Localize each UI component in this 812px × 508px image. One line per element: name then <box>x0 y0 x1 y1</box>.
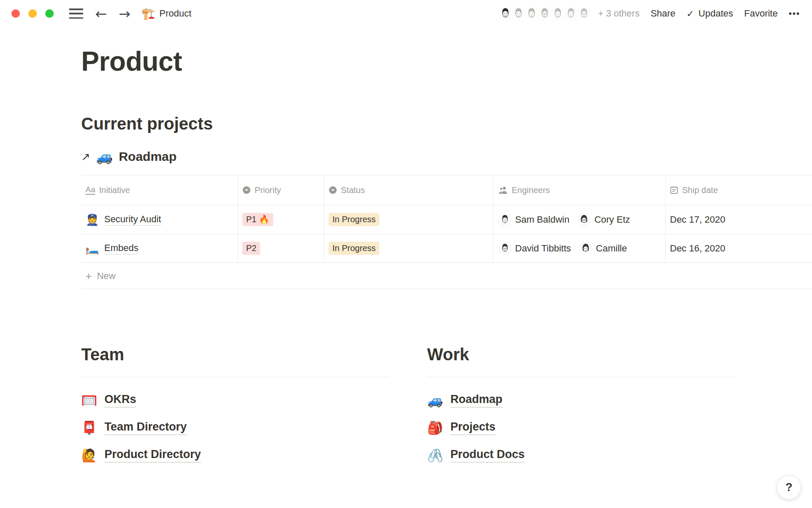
page-link-label: Roadmap <box>450 393 502 408</box>
person-name: Cory Etz <box>594 214 630 225</box>
share-button[interactable]: Share <box>650 8 675 19</box>
table-new-row-button[interactable]: + New <box>81 263 812 289</box>
team-section: Team 🥅 OKRs 📮 Team Directory 🙋 Product D… <box>81 345 427 469</box>
window-close-button[interactable] <box>11 9 20 18</box>
engineers-cell[interactable]: Sam Baldwin Cory Etz <box>493 205 666 234</box>
date-value: Dec 17, 2020 <box>670 214 725 225</box>
current-projects-heading: Current projects <box>81 114 812 133</box>
back-arrow-icon[interactable]: ← <box>95 7 107 21</box>
goal-net-icon: 🥅 <box>81 394 97 407</box>
engineers-cell[interactable]: David Tibbitts Camille <box>493 234 666 262</box>
postbox-icon: 📮 <box>81 422 97 434</box>
work-heading: Work <box>427 345 773 364</box>
table-header-row: Aa Initiative Priority Status Engineers … <box>81 175 812 205</box>
team-heading: Team <box>81 345 427 364</box>
table-row: 🛏️ Embeds P2 In Progress David Tibbitts <box>81 234 812 263</box>
avatar <box>499 213 511 226</box>
page-link-projects[interactable]: 🎒 Projects <box>427 414 496 442</box>
open-in-arrow-icon: ↗ <box>81 151 90 163</box>
paperclips-icon: 🖇️ <box>427 449 443 462</box>
calendar-icon <box>670 186 678 194</box>
priority-tag: P2 <box>242 242 260 255</box>
select-property-icon <box>242 186 251 194</box>
page-link-product-docs[interactable]: 🖇️ Product Docs <box>427 442 525 469</box>
avatar <box>499 242 511 255</box>
breadcrumb-title: Product <box>159 8 192 19</box>
priority-cell[interactable]: P1 🔥 <box>238 205 324 234</box>
column-label: Ship date <box>682 185 718 195</box>
page-link-label: Projects <box>450 420 496 435</box>
date-value: Dec 16, 2020 <box>670 243 725 254</box>
status-tag: In Progress <box>329 242 379 255</box>
avatar <box>578 213 590 226</box>
column-header-engineers[interactable]: Engineers <box>493 175 666 205</box>
initiative-cell[interactable]: 👮 Security Audit <box>81 205 238 234</box>
page-link-label: Product Directory <box>104 448 201 463</box>
breadcrumb[interactable]: 🏗️ Product <box>141 8 191 19</box>
page-link-label: Product Docs <box>450 448 525 463</box>
person-chip: Cory Etz <box>578 213 630 226</box>
linked-database-roadmap[interactable]: ↗ 🚙 Roadmap <box>81 149 177 164</box>
window-controls <box>11 9 54 18</box>
car-icon: 🚙 <box>427 394 443 407</box>
roadmap-table: Aa Initiative Priority Status Engineers … <box>81 175 812 289</box>
person-name: Camille <box>596 243 627 254</box>
column-label: Priority <box>255 185 281 195</box>
initiative-cell[interactable]: 🛏️ Embeds <box>81 234 238 262</box>
backpack-icon: 🎒 <box>427 422 443 434</box>
person-chip: David Tibbitts <box>499 242 571 255</box>
car-icon: 🚙 <box>96 150 113 163</box>
person-property-icon <box>499 186 508 194</box>
page-link-product-directory[interactable]: 🙋 Product Directory <box>81 442 201 469</box>
help-button[interactable]: ? <box>777 475 801 500</box>
updates-button[interactable]: ✓ Updates <box>686 8 733 19</box>
work-section: Work 🚙 Roadmap 🎒 Projects 🖇️ Product Doc… <box>427 345 773 469</box>
priority-tag: P1 🔥 <box>242 213 273 226</box>
avatar[interactable] <box>576 6 592 22</box>
page-title: Product <box>81 46 812 77</box>
column-header-initiative[interactable]: Aa Initiative <box>81 175 238 205</box>
more-options-icon[interactable]: ••• <box>789 9 800 19</box>
ship-date-cell[interactable]: Dec 16, 2020 <box>666 234 812 262</box>
column-label: Status <box>341 185 365 195</box>
others-count[interactable]: + 3 others <box>598 8 639 19</box>
police-officer-icon: 👮 <box>85 214 99 225</box>
page-link-label: OKRs <box>104 393 136 408</box>
person-chip: Camille <box>579 242 627 255</box>
person-chip: Sam Baldwin <box>499 213 569 226</box>
page-link-okrs[interactable]: 🥅 OKRs <box>81 387 136 414</box>
divider <box>427 377 735 377</box>
page-link-roadmap[interactable]: 🚙 Roadmap <box>427 387 502 414</box>
window-titlebar: ← → 🏗️ Product + 3 others Share ✓ Update… <box>0 0 812 27</box>
page-link-label: Security Audit <box>104 214 161 226</box>
status-cell[interactable]: In Progress <box>324 234 493 262</box>
page-link-security-audit[interactable]: 👮 Security Audit <box>85 214 161 226</box>
priority-cell[interactable]: P2 <box>238 234 324 262</box>
status-tag: In Progress <box>329 213 379 226</box>
window-zoom-button[interactable] <box>45 9 54 18</box>
select-property-icon <box>329 186 337 194</box>
person-name: David Tibbitts <box>515 243 571 254</box>
column-header-ship-date[interactable]: Ship date <box>666 175 812 205</box>
linked-database-title: Roadmap <box>119 149 177 164</box>
check-icon: ✓ <box>686 8 694 19</box>
page-link-embeds[interactable]: 🛏️ Embeds <box>85 243 138 254</box>
status-cell[interactable]: In Progress <box>324 205 493 234</box>
sidebar-menu-icon[interactable] <box>69 8 83 19</box>
page-link-team-directory[interactable]: 📮 Team Directory <box>81 414 187 442</box>
divider <box>81 377 389 377</box>
column-header-priority[interactable]: Priority <box>238 175 324 205</box>
forward-arrow-icon[interactable]: → <box>119 7 131 21</box>
window-minimize-button[interactable] <box>28 9 37 18</box>
new-row-label: New <box>97 271 115 282</box>
favorite-button[interactable]: Favorite <box>744 8 778 19</box>
column-header-status[interactable]: Status <box>324 175 493 205</box>
collaborator-avatars <box>497 6 592 22</box>
updates-label: Updates <box>699 8 733 19</box>
page-link-label: Embeds <box>104 243 138 254</box>
column-label: Initiative <box>99 185 130 195</box>
ship-date-cell[interactable]: Dec 17, 2020 <box>666 205 812 234</box>
construction-crane-icon: 🏗️ <box>141 8 155 19</box>
person-raising-hand-icon: 🙋 <box>81 449 97 462</box>
column-label: Engineers <box>512 185 550 195</box>
